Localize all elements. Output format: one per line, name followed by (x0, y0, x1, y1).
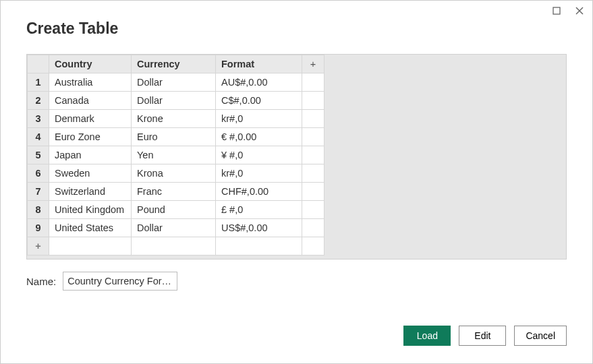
table-row[interactable]: 7SwitzerlandFrancCHF#,0.00 (28, 183, 324, 201)
cell-format[interactable]: £ #,0 (216, 201, 302, 219)
cell-currency[interactable]: Franc (132, 183, 216, 201)
table-row[interactable]: 8United KingdomPound£ #,0 (28, 201, 324, 219)
name-input[interactable] (63, 272, 177, 291)
cell-empty (302, 183, 324, 201)
cell-country[interactable]: United Kingdom (49, 201, 132, 219)
data-table[interactable]: Country Currency Format + 1AustraliaDoll… (27, 55, 324, 255)
close-icon[interactable] (575, 6, 584, 16)
add-row-button[interactable]: + (28, 237, 324, 255)
cell-format[interactable]: € #,0.00 (216, 128, 302, 146)
cell-format[interactable]: AU$#,0.00 (216, 73, 302, 92)
table-row[interactable]: 3DenmarkKronekr#,0 (28, 110, 324, 128)
cell-country[interactable]: Australia (49, 73, 132, 92)
row-number: 3 (28, 110, 49, 128)
cell-format[interactable]: US$#,0.00 (216, 219, 302, 237)
dialog-title: Create Table (1, 1, 592, 38)
table-container: Country Currency Format + 1AustraliaDoll… (26, 54, 567, 260)
cell-empty (302, 110, 324, 128)
cell-country[interactable]: Switzerland (49, 183, 132, 201)
cell-currency[interactable]: Dollar (132, 219, 216, 237)
cell-country[interactable]: Sweden (49, 164, 132, 183)
row-number: 2 (28, 92, 49, 110)
cell-currency[interactable]: Pound (132, 201, 216, 219)
cell-empty (302, 219, 324, 237)
table-row[interactable]: 4Euro ZoneEuro€ #,0.00 (28, 128, 324, 146)
cell-currency[interactable]: Dollar (132, 73, 216, 92)
maximize-icon[interactable] (552, 6, 561, 16)
cell-empty (302, 164, 324, 183)
cell-currency[interactable]: Krone (132, 110, 216, 128)
edit-button[interactable]: Edit (459, 326, 506, 346)
row-number: 9 (28, 219, 49, 237)
cell-empty (302, 146, 324, 164)
cell-currency[interactable]: Yen (132, 146, 216, 164)
row-number: 7 (28, 183, 49, 201)
column-header-currency[interactable]: Currency (132, 55, 216, 73)
cell-empty (302, 92, 324, 110)
corner-cell (28, 55, 49, 73)
add-row-mark[interactable]: + (28, 237, 49, 255)
cell-country[interactable]: Japan (49, 146, 132, 164)
table-row[interactable]: 2CanadaDollarC$#,0.00 (28, 92, 324, 110)
cell-currency[interactable]: Euro (132, 128, 216, 146)
cancel-button[interactable]: Cancel (514, 326, 567, 346)
cell-empty (302, 128, 324, 146)
cell-empty (302, 73, 324, 92)
row-number: 4 (28, 128, 49, 146)
load-button[interactable]: Load (403, 326, 451, 346)
column-header-country[interactable]: Country (49, 55, 132, 73)
create-table-dialog: Create Table Country Currency Format + 1… (0, 0, 593, 364)
svg-rect-0 (553, 7, 560, 14)
cell-format[interactable]: C$#,0.00 (216, 92, 302, 110)
cell-country[interactable]: Canada (49, 92, 132, 110)
table-row[interactable]: 9United StatesDollarUS$#,0.00 (28, 219, 324, 237)
name-label: Name: (26, 276, 56, 287)
column-header-format[interactable]: Format (216, 55, 302, 73)
cell-currency[interactable]: Krona (132, 164, 216, 183)
cell-format[interactable]: ¥ #,0 (216, 146, 302, 164)
add-column-button[interactable]: + (302, 55, 324, 73)
cell-country[interactable]: Euro Zone (49, 128, 132, 146)
cell-format[interactable]: CHF#,0.00 (216, 183, 302, 201)
table-row[interactable]: 1AustraliaDollarAU$#,0.00 (28, 73, 324, 92)
row-number: 8 (28, 201, 49, 219)
table-row[interactable]: 5JapanYen¥ #,0 (28, 146, 324, 164)
row-number: 5 (28, 146, 49, 164)
row-number: 6 (28, 164, 49, 183)
cell-country[interactable]: United States (49, 219, 132, 237)
cell-empty (302, 201, 324, 219)
table-row[interactable]: 6SwedenKronakr#,0 (28, 164, 324, 183)
cell-currency[interactable]: Dollar (132, 92, 216, 110)
cell-format[interactable]: kr#,0 (216, 110, 302, 128)
cell-country[interactable]: Denmark (49, 110, 132, 128)
row-number: 1 (28, 73, 49, 92)
cell-format[interactable]: kr#,0 (216, 164, 302, 183)
